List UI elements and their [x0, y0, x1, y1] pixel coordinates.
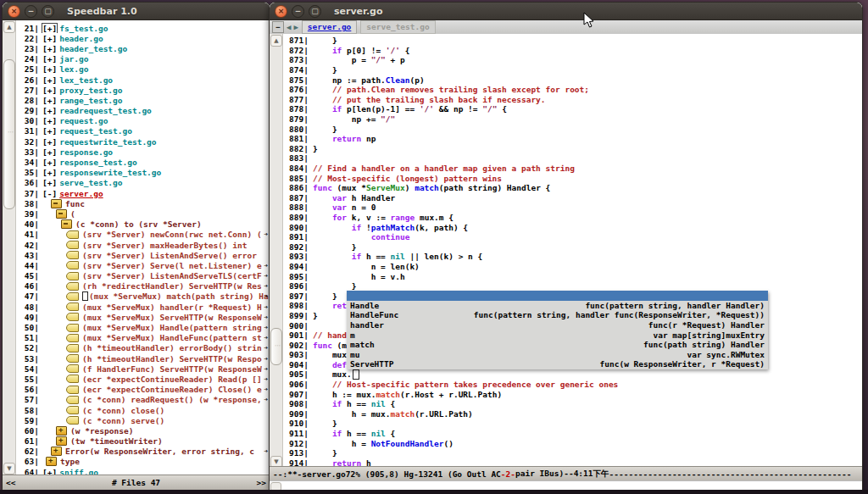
- code-line[interactable]: 890| if !pathMatch(k, path) {: [283, 222, 862, 232]
- tab-scroll-left-icon[interactable]: ◀: [287, 23, 291, 31]
- speedbar-item[interactable]: 39|(: [16, 208, 270, 219]
- code-line[interactable]: 893| if h == nil || len(k) > n {: [283, 252, 862, 262]
- expand-icon[interactable]: [+]: [42, 34, 57, 43]
- speedbar-item-label[interactable]: (h *timeoutHandler) ServeHTTP(w Respo: [82, 354, 262, 364]
- speedbar-item-label[interactable]: lex_test.go: [59, 75, 113, 85]
- tag-icon[interactable]: [66, 375, 79, 383]
- speedbar-item-label[interactable]: (w *response): [70, 426, 133, 436]
- popup-row[interactable]: ServeHTTPfunc(w ResponseWriter, r *Reque…: [347, 359, 768, 369]
- expand-icon[interactable]: [+]: [42, 126, 57, 136]
- code-line[interactable]: 908| if h == nil {: [283, 399, 862, 409]
- speedbar-item-label[interactable]: (srv *Server) Serve(l net.Listener) e: [82, 261, 262, 270]
- code-line[interactable]: 887| var h Handler: [283, 193, 862, 203]
- expand-icon[interactable]: [+]: [42, 54, 57, 64]
- speedbar-item-label[interactable]: request.go: [59, 116, 108, 125]
- code-line[interactable]: 885|// Most-specific (longest) pattern w…: [283, 173, 862, 183]
- expand-icon[interactable]: [+]: [42, 116, 57, 125]
- code-line[interactable]: 892| }: [283, 241, 862, 252]
- tab-scroll-right-icon[interactable]: ▶: [293, 23, 298, 31]
- editor-modeline[interactable]: --:**- server.go 72% (905,8) Hg-13241 (G…: [270, 466, 862, 481]
- tab-server-go[interactable]: server.go: [302, 20, 357, 34]
- speedbar-item[interactable]: 42|(srv *Server) maxHeaderBytes() int: [16, 240, 270, 250]
- speedbar-item-label[interactable]: (c *conn) close(): [82, 406, 164, 415]
- code-line[interactable]: 873| p = "/" + p: [283, 55, 862, 65]
- speedbar-item[interactable]: 30|[+]request.go: [16, 116, 270, 126]
- code-line[interactable]: 874| }: [283, 65, 862, 75]
- code-line[interactable]: 895| h = v.h: [283, 271, 862, 281]
- tabbar-minus-button[interactable]: −: [272, 21, 284, 33]
- speedbar-item-label[interactable]: (srv *Server) ListenAndServeTLS(certF: [82, 271, 262, 280]
- code-line[interactable]: 906| // Host-specific pattern takes prec…: [283, 380, 862, 390]
- speedbar-item-label[interactable]: (ecr *expectContinueReader) Read(p []: [82, 375, 262, 384]
- speedbar-item-label[interactable]: request_test.go: [59, 126, 132, 136]
- speedbar-item[interactable]: 24|[+]jar.go: [16, 54, 270, 64]
- speedbar-item-label[interactable]: (mux *ServeMux) HandleFunc(pattern st: [82, 333, 262, 342]
- speedbar-item[interactable]: 29|[+]readrequest_test.go: [16, 106, 270, 116]
- speedbar-item[interactable]: 32|[+]requestwrite_test.go: [16, 136, 270, 147]
- speedbar-item-label[interactable]: server.go: [59, 189, 103, 198]
- speedbar-item[interactable]: 56|(ecr *expectContinueReader) Close() e…: [16, 385, 270, 395]
- expand-icon[interactable]: [+]: [42, 44, 57, 53]
- speedbar-item-label[interactable]: (h *timeoutHandler) errorBody() strin: [82, 343, 262, 352]
- speedbar-scroll-right-button[interactable]: >>: [257, 478, 266, 487]
- speedbar-item-label[interactable]: range_test.go: [59, 96, 122, 105]
- expand-icon[interactable]: [+]: [42, 137, 57, 147]
- minimize-icon[interactable]: −: [25, 5, 37, 18]
- speedbar-item[interactable]: 26|[+]lex_test.go: [16, 75, 270, 85]
- speedbar-item[interactable]: 60|(w *response): [16, 425, 270, 436]
- speedbar-list[interactable]: 21|[+]fs_test.go22|[+]header.go23|[+]hea…: [16, 20, 270, 475]
- tag-icon[interactable]: [66, 241, 79, 249]
- code-line[interactable]: 884|// Find a handler on a handler map g…: [283, 164, 862, 174]
- code-line[interactable]: 891| continue: [283, 232, 862, 242]
- tag-icon[interactable]: [66, 251, 79, 259]
- group-box-icon[interactable]: [51, 447, 62, 456]
- code-line[interactable]: 910| }: [283, 419, 862, 429]
- speedbar-item[interactable]: 61|(tw *timeoutWriter): [16, 436, 270, 447]
- expand-icon[interactable]: [+]: [42, 168, 57, 177]
- speedbar-item[interactable]: 46|(rh *redirectHandler) ServeHTTP(w Res…: [16, 281, 270, 291]
- scroll-up-icon[interactable]: ▲: [3, 21, 15, 33]
- scroll-down-icon[interactable]: ▼: [3, 463, 15, 475]
- code-line[interactable]: 909| h = mux.match(r.URL.Path): [283, 409, 862, 419]
- speedbar-item-label[interactable]: header.go: [59, 34, 103, 43]
- code-line[interactable]: 886|func (mux *ServeMux) match(path stri…: [283, 183, 862, 193]
- maximize-icon[interactable]: ▢: [42, 5, 54, 18]
- close-icon[interactable]: ×: [275, 5, 287, 18]
- tab-serve-test-go[interactable]: serve_test.go: [360, 20, 435, 34]
- popup-row[interactable]: HandleFuncfunc(pattern string, handler f…: [347, 310, 768, 320]
- speedbar-item-label[interactable]: proxy_test.go: [59, 86, 122, 95]
- speedbar-item[interactable]: 41|(srv *Server) newConn(rwc net.Conn) (…: [16, 230, 270, 240]
- code-line[interactable]: 878| if p[len(p)-1] == '/' && np != "/" …: [283, 104, 862, 114]
- speedbar-item[interactable]: 40|(c *conn) to (srv *Server): [16, 219, 270, 230]
- speedbar-item[interactable]: 33|[+]response.go: [16, 147, 270, 157]
- code-line[interactable]: 871| }: [283, 36, 862, 46]
- speedbar-item-label[interactable]: serve_test.go: [59, 178, 122, 187]
- speedbar-item-label[interactable]: lex.go: [59, 64, 88, 74]
- tag-icon[interactable]: [66, 282, 79, 291]
- speedbar-item-label[interactable]: (c *conn) serve(): [82, 416, 164, 425]
- code-line[interactable]: 911| if h == nil {: [283, 429, 862, 439]
- popup-row[interactable]: Handlefunc(pattern string, handler Handl…: [347, 301, 768, 311]
- code-line[interactable]: 880| }: [283, 124, 862, 134]
- speedbar-item[interactable]: 38|func: [16, 198, 270, 208]
- speedbar-item[interactable]: 44|(srv *Server) Serve(l net.Listener) e…: [16, 260, 270, 270]
- code-line[interactable]: 883|: [283, 153, 862, 164]
- speedbar-item[interactable]: 62|Error(w ResponseWriter, error string,…: [16, 447, 270, 457]
- editor-scrollbar[interactable]: ▲ ⋯ ▼: [270, 34, 283, 469]
- expand-icon[interactable]: [+]: [42, 178, 57, 187]
- speedbar-item-label[interactable]: (c *conn) to (srv *Server): [75, 219, 202, 229]
- expand-icon[interactable]: [+]: [42, 75, 57, 85]
- tag-icon[interactable]: [66, 406, 79, 414]
- code-line[interactable]: 888| var n = 0: [283, 203, 862, 213]
- speedbar-item[interactable]: 43|(srv *Server) ListenAndServe() error: [16, 250, 270, 260]
- speedbar-item[interactable]: 57|(c *conn) readRequest() (w *response,…: [16, 395, 270, 405]
- speedbar-item[interactable]: 59|(c *conn) serve(): [16, 415, 270, 425]
- popup-row[interactable]: muvar sync.RWMutex: [347, 350, 768, 360]
- tag-icon[interactable]: [66, 416, 79, 425]
- speedbar-item-label[interactable]: requestwrite_test.go: [59, 137, 156, 147]
- group-box-icon[interactable]: [61, 219, 72, 229]
- tag-icon[interactable]: [66, 272, 79, 280]
- popup-row[interactable]: handlerfunc(r *Request) Handler: [347, 320, 768, 330]
- speedbar-item[interactable]: 55|(ecr *expectContinueReader) Read(p []…: [16, 374, 270, 384]
- code-line[interactable]: 879| np += "/": [283, 114, 862, 125]
